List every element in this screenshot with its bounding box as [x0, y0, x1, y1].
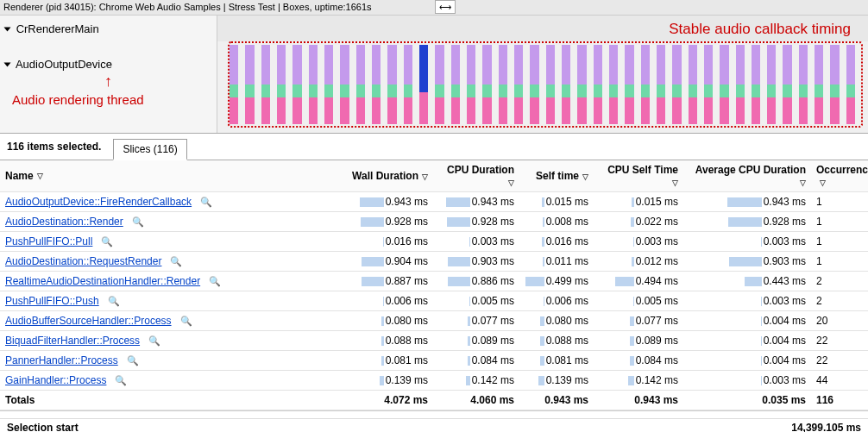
timeline-bar[interactable]	[689, 45, 697, 124]
timeline-bar[interactable]	[387, 45, 396, 124]
timeline-bar[interactable]	[514, 45, 523, 124]
timeline-bar[interactable]	[594, 45, 602, 124]
annotation-callback: Stable audio callback timing	[669, 21, 851, 38]
slice-name-link[interactable]: RealtimeAudioDestinationHandler::Render	[5, 275, 200, 287]
header-name[interactable]: Name▽	[0, 166, 347, 185]
slice-name-link[interactable]: PannerHandler::Process	[5, 354, 118, 366]
slice-name-link[interactable]: AudioDestination::Render	[5, 216, 123, 228]
timeline-bar[interactable]	[577, 45, 586, 124]
cell-occurrences: 1	[811, 252, 868, 271]
header-avg-cpu-duration[interactable]: Average CPU Duration▽	[683, 160, 811, 191]
magnifier-icon[interactable]: 🔍	[115, 375, 127, 386]
timeline-bar[interactable]	[482, 45, 491, 124]
timeline-bar[interactable]	[309, 45, 318, 124]
thread-label: CrRendererMain	[16, 22, 99, 35]
expand-horizontal-icon[interactable]: ⟷	[435, 0, 456, 14]
slice-name-link[interactable]: PushPullFIFO::Push	[5, 295, 99, 307]
timeline-bar[interactable]	[261, 45, 270, 124]
cell-occurrences: 2	[811, 291, 868, 310]
timeline-bar[interactable]	[815, 45, 823, 124]
cell-avg-cpu: 0.003 ms	[683, 291, 811, 310]
magnifier-icon[interactable]: 🔍	[108, 296, 120, 307]
table-row: BiquadFilterHandler::Process🔍0.088 ms0.0…	[0, 331, 868, 351]
timeline-bar[interactable]	[467, 45, 475, 124]
header-cpu-duration[interactable]: CPU Duration▽	[433, 160, 519, 191]
timeline-bar[interactable]	[672, 45, 681, 124]
thread-row-audio[interactable]: AudioOutputDevice	[5, 54, 211, 74]
timeline-bar[interactable]	[657, 45, 665, 124]
timeline-bar[interactable]	[736, 45, 745, 124]
timeline-bar[interactable]	[419, 45, 428, 124]
slice-name-link[interactable]: GainHandler::Process	[5, 374, 106, 386]
cell-avg-cpu: 0.003 ms	[683, 232, 811, 251]
sort-icon: ▽	[672, 178, 678, 187]
timeline-bar[interactable]	[230, 45, 238, 124]
timeline-viz[interactable]: Stable audio callback timing	[217, 16, 868, 133]
cell-cpu-self-time: 0.077 ms	[594, 311, 683, 330]
table-row: AudioBufferSourceHandler::Process🔍0.080 …	[0, 311, 868, 331]
timeline-bar[interactable]	[752, 45, 760, 124]
timeline-bar[interactable]	[767, 45, 776, 124]
annotation-arrow-icon: ↑	[5, 72, 211, 91]
timeline-bar[interactable]	[799, 45, 808, 124]
magnifier-icon[interactable]: 🔍	[200, 197, 212, 208]
process-title: Renderer (pid 34015): Chrome Web Audio S…	[3, 2, 372, 12]
timeline-bar[interactable]	[499, 45, 507, 124]
magnifier-icon[interactable]: 🔍	[132, 216, 144, 228]
timeline-bar[interactable]	[704, 45, 713, 124]
table-row: PushPullFIFO::Pull🔍0.016 ms0.003 ms0.016…	[0, 232, 868, 252]
cell-cpu-duration: 0.943 ms	[433, 192, 519, 211]
timeline-bar[interactable]	[783, 45, 791, 124]
timeline-bar[interactable]	[277, 45, 286, 124]
header-wall-duration[interactable]: Wall Duration▽	[347, 166, 433, 185]
slice-name-link[interactable]: AudioDestination::RequestRender	[5, 255, 161, 267]
magnifier-icon[interactable]: 🔍	[101, 236, 113, 247]
timeline-bar[interactable]	[546, 45, 555, 124]
slice-name-link[interactable]: PushPullFIFO::Pull	[5, 235, 92, 247]
tab-slices[interactable]: Slices (116)	[113, 139, 186, 160]
magnifier-icon[interactable]: 🔍	[180, 316, 192, 327]
header-occurrences[interactable]: Occurrences▽	[811, 160, 868, 191]
timeline-bar[interactable]	[356, 45, 365, 124]
timeline-bar[interactable]	[451, 45, 460, 124]
timeline-bar[interactable]	[609, 45, 618, 124]
timeline-bar[interactable]	[292, 45, 301, 124]
slice-name-link[interactable]: BiquadFilterHandler::Process	[5, 335, 140, 347]
timeline-bar[interactable]	[372, 45, 381, 124]
cell-cpu-duration: 0.089 ms	[433, 331, 519, 350]
timeline-bar[interactable]	[530, 45, 538, 124]
timeline-bar[interactable]	[720, 45, 728, 124]
table-row: GainHandler::Process🔍0.139 ms0.142 ms0.1…	[0, 371, 868, 391]
magnifier-icon[interactable]: 🔍	[148, 335, 160, 347]
timeline-bar[interactable]	[625, 45, 633, 124]
cell-cpu-self-time: 0.022 ms	[594, 212, 683, 231]
slice-name-link[interactable]: AudioOutputDevice::FireRenderCallback	[5, 196, 192, 208]
cell-self-time: 0.008 ms	[519, 212, 594, 231]
timeline-bar[interactable]	[830, 45, 839, 124]
magnifier-icon[interactable]: 🔍	[170, 256, 182, 267]
timeline-bar[interactable]	[245, 45, 254, 124]
timeline-bar[interactable]	[324, 45, 333, 124]
timeline-bars	[230, 45, 861, 124]
cell-avg-cpu: 0.443 ms	[683, 272, 811, 291]
magnifier-icon[interactable]: 🔍	[127, 355, 139, 366]
cell-wall-duration: 0.016 ms	[347, 232, 433, 251]
timeline-bar[interactable]	[435, 45, 443, 124]
magnifier-icon[interactable]: 🔍	[209, 276, 221, 287]
header-self-time[interactable]: Self time▽	[519, 166, 594, 185]
timeline-bar[interactable]	[404, 45, 412, 124]
totals-wd: 4.072 ms	[347, 391, 433, 410]
header-cpu-self-time[interactable]: CPU Self Time▽	[594, 160, 683, 191]
thread-row-renderer[interactable]: CrRendererMain	[5, 19, 211, 39]
timeline-bar[interactable]	[562, 45, 570, 124]
slice-name-link[interactable]: AudioBufferSourceHandler::Process	[5, 315, 172, 327]
selection-start-value: 14,399.105 ms	[791, 422, 861, 432]
selection-start-label: Selection start	[7, 422, 79, 432]
timeline-bar[interactable]	[340, 45, 349, 124]
table-row: AudioDestination::RequestRender🔍0.904 ms…	[0, 252, 868, 272]
cell-occurrences: 2	[811, 272, 868, 291]
table-row: AudioDestination::Render🔍0.928 ms0.928 m…	[0, 212, 868, 232]
cell-cpu-self-time: 0.003 ms	[594, 232, 683, 251]
timeline-bar[interactable]	[846, 45, 855, 124]
timeline-bar[interactable]	[641, 45, 650, 124]
